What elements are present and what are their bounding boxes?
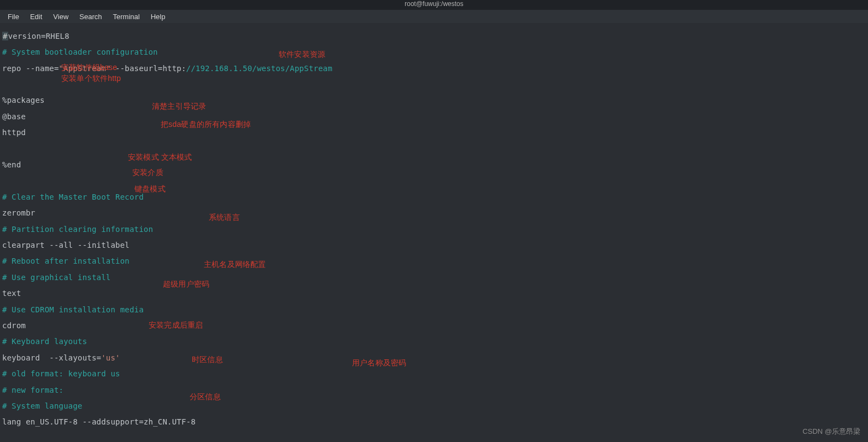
annotation: 安装单个软件http bbox=[61, 74, 121, 83]
annotation: 键盘模式 bbox=[134, 185, 166, 193]
window-title: root@fuwuji:/westos bbox=[404, 0, 464, 8]
menu-terminal[interactable]: Terminal bbox=[108, 11, 145, 22]
code-line: keyboard --xlayouts='us' bbox=[2, 354, 866, 362]
menu-file[interactable]: File bbox=[2, 11, 25, 22]
menu-edit[interactable]: Edit bbox=[25, 11, 48, 22]
annotation: 分区信息 bbox=[190, 393, 221, 401]
code-line: #version=RHEL8 bbox=[2, 32, 866, 40]
annotation: 系统语言 bbox=[209, 213, 240, 222]
code-line: # Use CDROM installation media bbox=[2, 306, 866, 314]
code-line bbox=[2, 80, 866, 89]
code-line: %packages bbox=[2, 96, 866, 104]
menu-search[interactable]: Search bbox=[74, 11, 107, 22]
code-line: # System bootloader configuration bbox=[2, 48, 866, 56]
annotation: 时区信息 bbox=[192, 356, 223, 364]
code-line: %end bbox=[2, 161, 866, 169]
code-line: # Clear the Master Boot Record bbox=[2, 193, 866, 201]
watermark: CSDN @乐意昂梁 bbox=[802, 427, 860, 437]
code-line: text bbox=[2, 289, 866, 298]
annotation: 主机名及网络配置 bbox=[204, 260, 266, 269]
code-line bbox=[2, 177, 866, 185]
selection-cursor: # bbox=[2, 32, 8, 40]
annotation: 安装完成后重启 bbox=[149, 321, 203, 329]
code-line: repo --name="AppStream" --baseurl=http:/… bbox=[2, 65, 866, 73]
code-line: # old format: keyboard us bbox=[2, 370, 866, 378]
annotation: 安装软件组base bbox=[61, 63, 117, 72]
code-line: zerombr bbox=[2, 209, 866, 217]
annotation: 软件安装资源 bbox=[279, 50, 325, 59]
code-line: httpd bbox=[2, 129, 866, 137]
menubar: File Edit View Search Terminal Help bbox=[0, 10, 868, 23]
annotation: 清楚主引导记录 bbox=[152, 102, 206, 111]
window-titlebar: root@fuwuji:/westos bbox=[0, 0, 868, 10]
code-line: lang en_US.UTF-8 --addsupport=zh_CN.UTF-… bbox=[2, 418, 866, 426]
code-line: @base bbox=[2, 113, 866, 121]
code-line: # Reboot after installation bbox=[2, 257, 866, 265]
code-line: cdrom bbox=[2, 322, 866, 330]
code-line: # System language bbox=[2, 402, 866, 410]
annotation: 用户名称及密码 bbox=[352, 359, 406, 367]
code-line: # Partition clearing information bbox=[2, 225, 866, 234]
annotation: 把sda硬盘的所有内容删掉 bbox=[161, 120, 251, 129]
code-line: clearpart --all --initlabel bbox=[2, 241, 866, 249]
code-line: # Keyboard layouts bbox=[2, 338, 866, 346]
menu-view[interactable]: View bbox=[48, 11, 74, 22]
editor-area[interactable]: #version=RHEL8 # System bootloader confi… bbox=[0, 23, 868, 442]
annotation: 安装介质 bbox=[132, 168, 163, 177]
code-line: # new format: bbox=[2, 386, 866, 394]
annotation: 超级用户密码 bbox=[163, 280, 209, 288]
annotation: 安装模式 文本模式 bbox=[128, 153, 192, 161]
code-line bbox=[2, 434, 866, 442]
code-line bbox=[2, 145, 866, 153]
code-line: # Use graphical install bbox=[2, 274, 866, 282]
menu-help[interactable]: Help bbox=[145, 11, 171, 22]
